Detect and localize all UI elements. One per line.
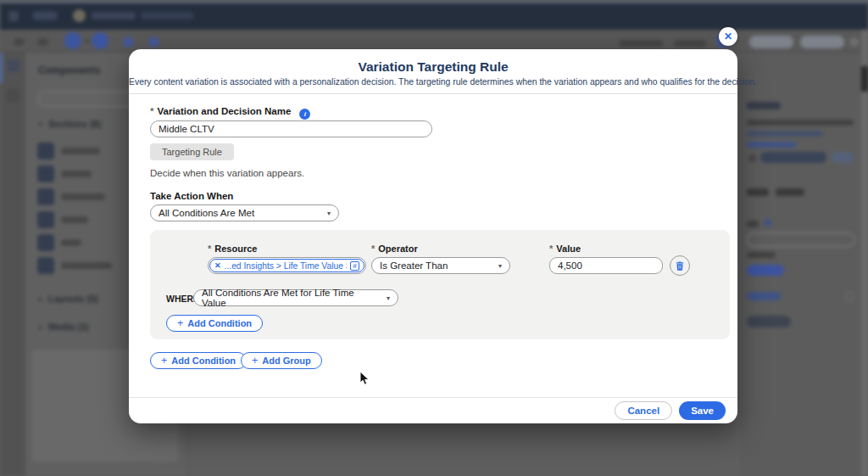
panel-circle-icon xyxy=(845,292,854,301)
step-arrow-icon xyxy=(85,39,89,43)
modal-subtitle: Every content variation is associated wi… xyxy=(129,77,737,87)
add-group-button[interactable]: + Add Group xyxy=(241,352,322,369)
panel-toggle-icon xyxy=(748,154,756,162)
variation-targeting-rule-modal: Variation Targeting Rule Every content v… xyxy=(129,49,737,423)
take-action-select[interactable]: All Conditions Are Met ▾ xyxy=(150,204,339,221)
component-label-blurred xyxy=(61,193,105,200)
number-type-icon: # xyxy=(350,261,359,271)
where-value: All Conditions Are Met for Life Time Val… xyxy=(202,288,380,308)
panel-text-blurred xyxy=(747,252,776,258)
modal-title: Variation Targeting Rule xyxy=(129,59,737,75)
global-nav-bar xyxy=(0,3,868,30)
sidebar-title: Components xyxy=(38,64,100,76)
resource-selection-pill[interactable]: ✕ ...ed Insights > Life Time Value > CLT… xyxy=(209,259,364,272)
panel-button-blurred xyxy=(747,265,784,276)
rule-description: Decide when this variation appears. xyxy=(150,168,304,178)
operator-label: *Operator xyxy=(371,244,418,254)
components-rail-icon xyxy=(7,59,19,72)
component-icon xyxy=(37,234,54,251)
operator-value: Is Greater Than xyxy=(380,260,448,271)
required-marker: * xyxy=(371,244,375,254)
required-marker: * xyxy=(150,106,153,116)
panel-tab-blurred xyxy=(776,188,804,196)
save-button[interactable]: Save xyxy=(679,401,726,420)
left-icon-rail xyxy=(0,53,25,476)
take-action-label: Take Action When xyxy=(150,191,233,201)
add-condition-label: Add Condition xyxy=(187,318,252,328)
close-modal-button[interactable]: ✕ xyxy=(719,27,737,46)
take-action-value: All Conditions Are Met xyxy=(159,208,254,218)
component-icon xyxy=(37,143,54,160)
caret-down-icon: ▾ xyxy=(39,120,42,128)
component-icon xyxy=(37,188,54,205)
close-icon: ✕ xyxy=(724,31,732,42)
caret-right-icon: ▸ xyxy=(39,323,42,331)
resource-label-text: Resource xyxy=(214,244,257,254)
more-icon xyxy=(849,37,859,47)
resource-label: *Resource xyxy=(208,244,257,254)
undo-icon xyxy=(14,38,25,46)
footer-divider xyxy=(129,397,737,398)
tab-targeting-rule[interactable]: Targeting Rule xyxy=(150,143,234,160)
value-input[interactable] xyxy=(549,257,663,274)
caret-right-icon: ▸ xyxy=(39,295,42,303)
plus-icon: + xyxy=(161,355,167,367)
value-label: *Value xyxy=(549,244,581,254)
panel-button-blurred xyxy=(747,316,791,328)
properties-panel xyxy=(737,53,861,476)
remove-selection-icon[interactable]: ✕ xyxy=(214,261,221,270)
required-marker: * xyxy=(549,244,553,254)
scrollbar-track[interactable] xyxy=(861,30,868,476)
step-circle-icon xyxy=(92,32,108,49)
panel-info-icon xyxy=(764,219,771,227)
scrollbar-thumb[interactable] xyxy=(861,66,868,92)
condition-group: *Resource *Operator *Value ✕ ...ed Insig… xyxy=(150,230,730,339)
delete-condition-button[interactable] xyxy=(670,255,690,276)
add-condition-inner-button[interactable]: + Add Condition xyxy=(166,315,263,332)
panel-link-blurred xyxy=(747,142,796,148)
nav-back-blurred xyxy=(32,11,58,20)
chevron-down-icon: ▾ xyxy=(327,210,331,217)
app-logo-icon xyxy=(73,9,86,22)
where-select[interactable]: All Conditions Are Met for Life Time Val… xyxy=(193,289,398,306)
section-label: Layouts (5) xyxy=(48,294,98,304)
name-input[interactable] xyxy=(150,120,432,137)
value-label-text: Value xyxy=(556,244,581,254)
resource-combobox[interactable]: ✕ ...ed Insights > Life Time Value > CLT… xyxy=(208,257,366,274)
panel-tab-blurred xyxy=(747,188,769,196)
redo-icon xyxy=(37,38,48,46)
name-field-label: *Variation and Decision Namei xyxy=(150,106,310,120)
panel-pill-blurred xyxy=(760,152,826,163)
panel-input-blurred xyxy=(747,232,855,247)
sidebar-section-layouts: ▸ Layouts (5) xyxy=(39,294,98,304)
component-icon xyxy=(37,257,54,274)
operator-label-text: Operator xyxy=(378,244,417,254)
component-label-blurred xyxy=(61,216,88,223)
header-divider xyxy=(129,93,737,94)
modal-footer: Cancel Save xyxy=(615,401,726,420)
panel-pill-blurred xyxy=(832,152,854,163)
add-condition-button[interactable]: + Add Condition xyxy=(150,352,247,369)
nav-title-blurred xyxy=(92,12,136,20)
info-icon[interactable]: i xyxy=(299,109,310,120)
sidebar-section-media: ▸ Media (1) xyxy=(39,322,89,332)
device-label-blurred xyxy=(619,40,663,47)
component-icon xyxy=(37,211,54,228)
screen: Components ▾ Sections (8) ▸ Layouts (5) xyxy=(0,0,868,476)
operator-select[interactable]: Is Greater Than ▾ xyxy=(371,257,510,274)
required-marker: * xyxy=(208,244,211,254)
rail-active-indicator xyxy=(0,53,3,83)
cancel-button[interactable]: Cancel xyxy=(615,401,672,420)
step-circle-icon xyxy=(64,32,81,49)
component-icon xyxy=(37,165,54,182)
add-group-label: Add Group xyxy=(262,356,310,366)
section-label: Sections (8) xyxy=(48,119,101,129)
panel-link-blurred xyxy=(747,292,781,300)
tool-icon xyxy=(149,37,159,47)
resource-value: ...ed Insights > Life Time Value > CLTV xyxy=(225,261,347,271)
settings-rail-icon xyxy=(7,89,19,102)
plus-icon: + xyxy=(177,317,183,329)
name-label-text: Variation and Decision Name xyxy=(157,106,291,116)
publish-button-blurred xyxy=(800,36,844,48)
panel-text-blurred xyxy=(747,120,854,126)
